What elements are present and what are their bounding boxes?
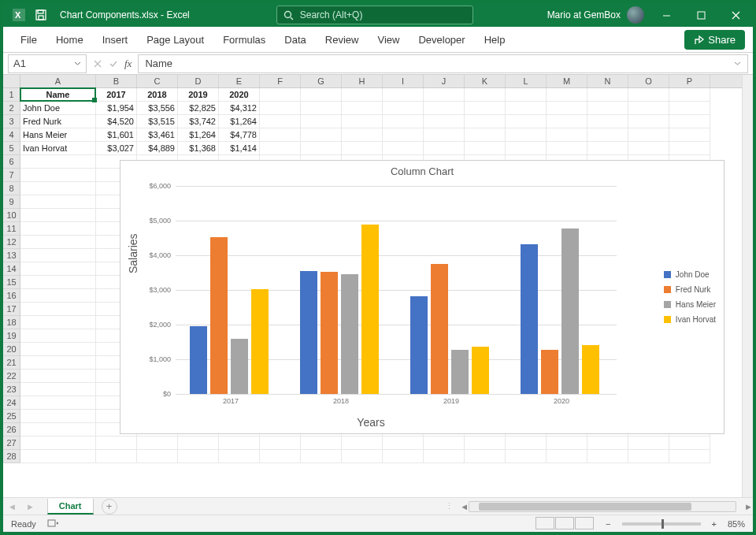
cell[interactable] bbox=[465, 115, 506, 128]
row-header[interactable]: 1 bbox=[3, 88, 20, 102]
chart-legend[interactable]: John DoeFred NurkHans MeierIvan Horvat bbox=[664, 267, 716, 327]
cell[interactable]: 2018 bbox=[137, 88, 178, 102]
cell[interactable]: $1,264 bbox=[178, 128, 219, 142]
cell[interactable]: $1,368 bbox=[178, 142, 219, 155]
ribbon-tab-data[interactable]: Data bbox=[275, 28, 315, 51]
cell[interactable] bbox=[465, 102, 506, 115]
column-header[interactable]: E bbox=[219, 75, 260, 87]
cell[interactable]: $1,601 bbox=[96, 128, 137, 142]
cell[interactable] bbox=[669, 142, 710, 155]
cell[interactable]: $3,027 bbox=[96, 142, 137, 155]
cell[interactable] bbox=[96, 450, 137, 463]
row-header[interactable]: 20 bbox=[3, 343, 20, 356]
column-header[interactable]: J bbox=[424, 75, 465, 87]
cell[interactable]: $3,556 bbox=[137, 102, 178, 115]
zoom-out-button[interactable]: − bbox=[606, 519, 610, 529]
hscroll-right[interactable]: ► bbox=[744, 502, 753, 511]
cell[interactable] bbox=[301, 450, 342, 463]
cell[interactable] bbox=[20, 169, 96, 182]
cell[interactable] bbox=[301, 142, 342, 155]
cell[interactable]: $3,742 bbox=[178, 115, 219, 128]
row-header[interactable]: 7 bbox=[3, 169, 20, 182]
cell[interactable] bbox=[260, 450, 301, 463]
user-name[interactable]: Mario at GemBox bbox=[547, 9, 621, 20]
ribbon-tab-developer[interactable]: Developer bbox=[409, 28, 474, 51]
chart-bar[interactable] bbox=[341, 274, 358, 394]
row-header[interactable]: 12 bbox=[3, 236, 20, 249]
row-header[interactable]: 25 bbox=[3, 410, 20, 423]
cell[interactable] bbox=[20, 209, 96, 222]
cell[interactable] bbox=[506, 142, 547, 155]
chart-bar[interactable] bbox=[251, 289, 269, 394]
cell[interactable] bbox=[424, 115, 465, 128]
sheet-nav-prev[interactable]: ◄ bbox=[3, 502, 21, 511]
column-header[interactable]: L bbox=[506, 75, 547, 87]
zoom-level[interactable]: 85% bbox=[728, 519, 745, 529]
column-header[interactable]: D bbox=[178, 75, 219, 87]
column-header[interactable]: F bbox=[260, 75, 301, 87]
row-header[interactable]: 10 bbox=[3, 209, 20, 222]
cell[interactable] bbox=[547, 437, 587, 450]
cell[interactable] bbox=[301, 115, 342, 128]
row-header[interactable]: 24 bbox=[3, 396, 20, 410]
row-header[interactable]: 6 bbox=[3, 155, 20, 169]
cell[interactable]: $3,515 bbox=[137, 115, 178, 128]
chart-y-axis-label[interactable]: Salaries bbox=[127, 233, 139, 273]
cell[interactable] bbox=[20, 356, 96, 370]
row-header[interactable]: 14 bbox=[3, 262, 20, 276]
chart-bar[interactable] bbox=[521, 244, 538, 394]
cell[interactable]: $4,312 bbox=[219, 102, 260, 115]
cell[interactable] bbox=[178, 437, 219, 450]
row-header[interactable]: 23 bbox=[3, 383, 20, 396]
cell[interactable] bbox=[669, 450, 710, 463]
cell[interactable] bbox=[669, 115, 710, 128]
legend-item[interactable]: Ivan Horvat bbox=[664, 312, 716, 327]
legend-item[interactable]: Fred Nurk bbox=[664, 282, 716, 297]
cell[interactable] bbox=[20, 303, 96, 316]
cell[interactable] bbox=[20, 396, 96, 410]
chart-bar[interactable] bbox=[410, 296, 428, 394]
cell[interactable] bbox=[20, 195, 96, 209]
cell[interactable] bbox=[587, 450, 628, 463]
cell[interactable] bbox=[547, 102, 587, 115]
cell[interactable] bbox=[20, 249, 96, 262]
chart-bar[interactable] bbox=[472, 347, 489, 394]
cell[interactable]: Name bbox=[20, 88, 96, 102]
cell[interactable]: $3,461 bbox=[137, 128, 178, 142]
cell[interactable] bbox=[342, 88, 383, 102]
cell[interactable] bbox=[342, 102, 383, 115]
cell[interactable] bbox=[20, 329, 96, 343]
select-all-corner[interactable] bbox=[3, 75, 20, 87]
cell[interactable] bbox=[628, 142, 669, 155]
ribbon-tab-home[interactable]: Home bbox=[46, 28, 93, 51]
chart-bar[interactable] bbox=[561, 228, 579, 394]
cell[interactable] bbox=[383, 450, 424, 463]
ribbon-tab-view[interactable]: View bbox=[368, 28, 409, 51]
cell[interactable] bbox=[137, 450, 178, 463]
cell[interactable] bbox=[628, 102, 669, 115]
row-header[interactable]: 15 bbox=[3, 276, 20, 289]
cell[interactable] bbox=[587, 437, 628, 450]
cell[interactable] bbox=[342, 128, 383, 142]
cell[interactable] bbox=[20, 437, 96, 450]
cell[interactable] bbox=[547, 450, 587, 463]
tell-me-search[interactable]: Search (Alt+Q) bbox=[276, 6, 473, 24]
save-icon[interactable] bbox=[33, 7, 49, 23]
cell[interactable] bbox=[20, 370, 96, 383]
cell[interactable] bbox=[587, 88, 628, 102]
cell[interactable] bbox=[20, 289, 96, 303]
row-header[interactable]: 2 bbox=[3, 102, 20, 115]
cell[interactable]: John Doe bbox=[20, 102, 96, 115]
cell[interactable]: 2017 bbox=[96, 88, 137, 102]
cell[interactable]: $1,954 bbox=[96, 102, 137, 115]
cell[interactable] bbox=[587, 102, 628, 115]
cell[interactable] bbox=[20, 222, 96, 236]
cell[interactable] bbox=[628, 88, 669, 102]
cell[interactable] bbox=[20, 236, 96, 249]
column-header[interactable]: K bbox=[465, 75, 506, 87]
sheet-nav-next[interactable]: ► bbox=[21, 502, 39, 511]
row-header[interactable]: 8 bbox=[3, 182, 20, 195]
row-header[interactable]: 26 bbox=[3, 423, 20, 437]
cell[interactable] bbox=[20, 343, 96, 356]
cell[interactable] bbox=[260, 437, 301, 450]
